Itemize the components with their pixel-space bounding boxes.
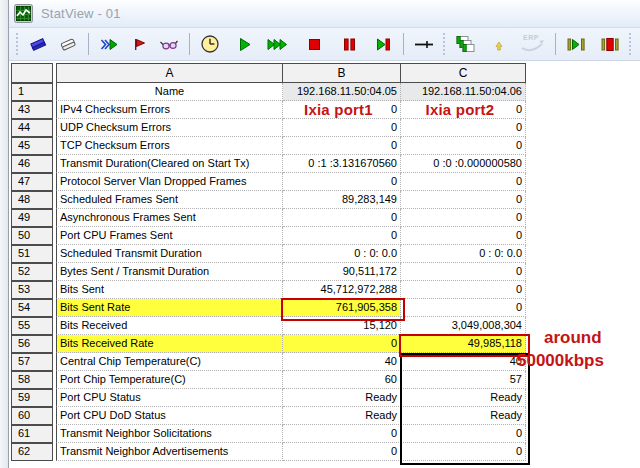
row-header-60[interactable]: 60 [11, 407, 53, 425]
latency-line-icon[interactable] [411, 31, 437, 57]
cell-c54[interactable]: 0 [401, 299, 526, 317]
play-between-bars-icon[interactable] [563, 31, 589, 57]
row-header-54[interactable]: 54 [11, 299, 53, 317]
toolbar-grip[interactable] [15, 33, 20, 55]
cell-b54[interactable]: 761,905,358 [283, 299, 401, 317]
yellow-arrow-icon[interactable] [486, 31, 512, 57]
erp-icon[interactable]: ERP [516, 31, 548, 57]
row-header-52[interactable]: 52 [11, 263, 53, 281]
pause-icon[interactable] [336, 31, 362, 57]
cell-b44[interactable]: 0 [283, 119, 401, 137]
row-header-55[interactable]: 55 [11, 317, 53, 335]
cell-b49[interactable]: 0 [283, 209, 401, 227]
row-header-45[interactable]: 45 [11, 137, 53, 155]
cell-b62[interactable]: 0 [283, 443, 401, 461]
clock-icon[interactable] [197, 31, 223, 57]
row-header-50[interactable]: 50 [11, 227, 53, 245]
stacked-sheets-icon[interactable] [452, 31, 478, 57]
cell-c48[interactable]: 0 [401, 191, 526, 209]
cell-a51[interactable]: Scheduled Transmit Duration [56, 245, 283, 263]
cell-c50[interactable]: 0 [401, 227, 526, 245]
cell-a49[interactable]: Asynchronous Frames Sent [56, 209, 283, 227]
column-header-a[interactable]: A [56, 63, 283, 83]
cell-a57[interactable]: Central Chip Temperature(C) [56, 353, 283, 371]
cell-b52[interactable]: 90,511,172 [283, 263, 401, 281]
cell-b56[interactable]: 0 [283, 335, 401, 353]
cell-b43[interactable]: Ixia port10 [283, 101, 401, 119]
apply-run-icon[interactable] [96, 31, 122, 57]
cell-b1[interactable]: 192.168.11.50:04.05 [283, 83, 401, 101]
row-header-43[interactable]: 43 [11, 101, 53, 119]
statview-chart-icon[interactable] [14, 4, 33, 23]
fast-forward-icon[interactable] [265, 31, 291, 57]
cell-b58[interactable]: 60 [283, 371, 401, 389]
cell-c51[interactable]: 0 : 0: 0.0 [401, 245, 526, 263]
cell-c47[interactable]: 0 [401, 173, 526, 191]
cell-c45[interactable]: 0 [401, 137, 526, 155]
cell-c61[interactable]: 0 [401, 425, 526, 443]
red-flag-icon[interactable] [126, 31, 152, 57]
row-header-56[interactable]: 56 [11, 335, 53, 353]
cell-b47[interactable]: 0 [283, 173, 401, 191]
row-header-58[interactable]: 58 [11, 371, 53, 389]
corner-cell[interactable] [11, 63, 53, 83]
play-icon[interactable] [231, 31, 257, 57]
cell-a60[interactable]: Port CPU DoD Status [56, 407, 283, 425]
row-header-48[interactable]: 48 [11, 191, 53, 209]
cell-a47[interactable]: Protocol Server Vlan Dropped Frames [56, 173, 283, 191]
cell-a54[interactable]: Bits Sent Rate [56, 299, 283, 317]
row-header-49[interactable]: 49 [11, 209, 53, 227]
cell-b45[interactable]: 0 [283, 137, 401, 155]
cell-a53[interactable]: Bits Sent [56, 281, 283, 299]
toolbar-grip[interactable] [628, 33, 633, 55]
column-header-b[interactable]: B [283, 63, 401, 83]
red-between-bars-icon[interactable] [597, 31, 623, 57]
cell-a56[interactable]: Bits Received Rate [56, 335, 283, 353]
stop-icon[interactable] [301, 31, 327, 57]
cell-b46[interactable]: 0 :1 :3.131670560 [283, 155, 401, 173]
cell-a45[interactable]: TCP Checksum Errors [56, 137, 283, 155]
cell-b55[interactable]: 15,120 [283, 317, 401, 335]
eraser-outline-icon[interactable] [55, 31, 81, 57]
cell-c60[interactable]: Ready [401, 407, 526, 425]
cell-a44[interactable]: UDP Checksum Errors [56, 119, 283, 137]
cell-a50[interactable]: Port CPU Frames Sent [56, 227, 283, 245]
row-header-59[interactable]: 59 [11, 389, 53, 407]
cell-a59[interactable]: Port CPU Status [56, 389, 283, 407]
cell-c44[interactable]: 0 [401, 119, 526, 137]
cell-b51[interactable]: 0 : 0: 0.0 [283, 245, 401, 263]
eraser-icon[interactable] [25, 31, 51, 57]
cell-a61[interactable]: Transmit Neighbor Solicitations [56, 425, 283, 443]
row-header-62[interactable]: 62 [11, 443, 53, 461]
cell-c59[interactable]: Ready [401, 389, 526, 407]
row-header-53[interactable]: 53 [11, 281, 53, 299]
cell-c57[interactable]: 40 [401, 353, 526, 371]
cell-c56[interactable]: 49,985,118 [401, 335, 526, 353]
cell-c55[interactable]: 3,049,008,304 [401, 317, 526, 335]
cell-c46[interactable]: 0 :0 :0.000000580 [401, 155, 526, 173]
cell-c1[interactable]: 192.168.11.50:04.06 [401, 83, 526, 101]
cell-c49[interactable]: 0 [401, 209, 526, 227]
row-header-44[interactable]: 44 [11, 119, 53, 137]
row-header-1[interactable]: 1 [11, 83, 53, 101]
cell-b57[interactable]: 40 [283, 353, 401, 371]
row-header-57[interactable]: 57 [11, 353, 53, 371]
cell-a46[interactable]: Transmit Duration(Cleared on Start Tx) [56, 155, 283, 173]
row-header-51[interactable]: 51 [11, 245, 53, 263]
cell-a43[interactable]: IPv4 Checksum Errors [56, 101, 283, 119]
row-header-61[interactable]: 61 [11, 425, 53, 443]
step-icon[interactable] [370, 31, 396, 57]
cell-b59[interactable]: Ready [283, 389, 401, 407]
glasses-icon[interactable] [156, 31, 182, 57]
cell-a58[interactable]: Port Chip Temperature(C) [56, 371, 283, 389]
row-header-47[interactable]: 47 [11, 173, 53, 191]
column-header-c[interactable]: C [401, 63, 526, 83]
cell-c52[interactable]: 0 [401, 263, 526, 281]
cell-c62[interactable]: 0 [401, 443, 526, 461]
cell-a62[interactable]: Transmit Neighbor Advertisements [56, 443, 283, 461]
cell-a55[interactable]: Bits Received [56, 317, 283, 335]
cell-b48[interactable]: 89,283,149 [283, 191, 401, 209]
cell-a48[interactable]: Scheduled Frames Sent [56, 191, 283, 209]
cell-c43[interactable]: Ixia port20 [401, 101, 526, 119]
row-header-46[interactable]: 46 [11, 155, 53, 173]
